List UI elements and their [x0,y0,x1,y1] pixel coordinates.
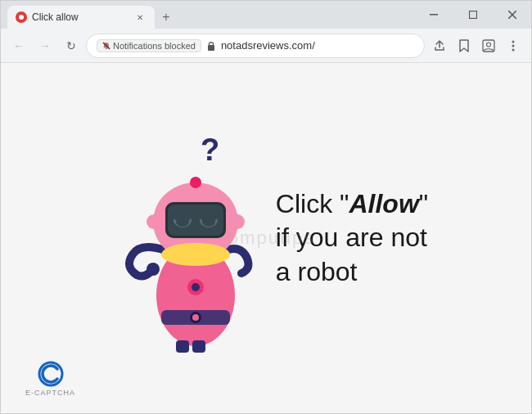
notification-label: Notifications blocked [113,41,196,51]
message-line2: if you are not [276,221,428,255]
page-message: Click "Allow" if you are not a robot [276,187,428,290]
ecaptcha-label: E-CAPTCHA [25,389,75,397]
svg-rect-1 [470,11,477,19]
forward-button[interactable]: → [34,34,56,57]
window-controls [415,1,531,29]
svg-text:?: ? [201,133,219,167]
message-line3: a robot [276,255,428,290]
browser-tab[interactable]: Click allow ✕ [7,6,155,29]
svg-point-11 [512,48,515,51]
address-bar[interactable]: Notifications blocked notadsreviews.com/ [86,34,425,58]
profile-button[interactable] [477,34,500,57]
svg-point-10 [512,44,515,47]
new-tab-button[interactable]: + [155,6,178,29]
svg-point-31 [230,214,245,229]
reload-button[interactable]: ↻ [60,34,83,57]
close-button[interactable] [494,1,531,29]
bell-icon [102,42,110,50]
ecaptcha-branding: E-CAPTCHA [25,361,75,397]
svg-point-33 [192,283,200,291]
robot-svg: ? [104,124,268,353]
tab-favicon [16,11,27,23]
svg-point-30 [147,214,161,229]
menu-dots-icon [512,39,515,52]
toolbar: ← → ↻ Notifications blocked notadsreview… [1,29,531,63]
main-content-area: ? [104,124,428,353]
page-content: computips ? [1,63,531,413]
share-icon [433,39,446,52]
ecaptcha-logo-icon [38,361,64,387]
bookmark-icon [458,39,470,52]
minimize-button[interactable] [415,1,453,29]
svg-rect-4 [106,47,107,49]
toolbar-action-icons [428,34,525,57]
menu-button[interactable] [502,34,525,57]
browser-frame: Click allow ✕ + [0,0,532,414]
robot-illustration: ? [104,124,268,353]
profile-icon [482,39,495,52]
back-button[interactable]: ← [7,34,30,57]
svg-point-25 [173,210,192,222]
svg-rect-35 [192,340,205,353]
lock-icon [206,40,216,52]
svg-point-8 [487,43,491,47]
notification-blocked-chip: Notifications blocked [97,39,201,52]
svg-rect-34 [176,340,189,353]
svg-point-13 [147,263,160,276]
bookmark-button[interactable] [453,34,476,57]
tab-close-button[interactable]: ✕ [133,11,147,24]
svg-point-29 [190,177,201,188]
svg-point-28 [199,210,219,222]
maximize-button[interactable] [454,1,492,29]
url-text: notadsreviews.com/ [221,39,315,52]
message-line1: Click "Allow" [276,187,428,222]
tab-title: Click allow [32,11,79,23]
svg-point-9 [512,40,515,43]
svg-rect-6 [208,45,214,51]
svg-point-17 [192,314,199,321]
share-button[interactable] [428,34,451,57]
svg-rect-0 [430,14,438,16]
svg-point-20 [161,243,230,266]
